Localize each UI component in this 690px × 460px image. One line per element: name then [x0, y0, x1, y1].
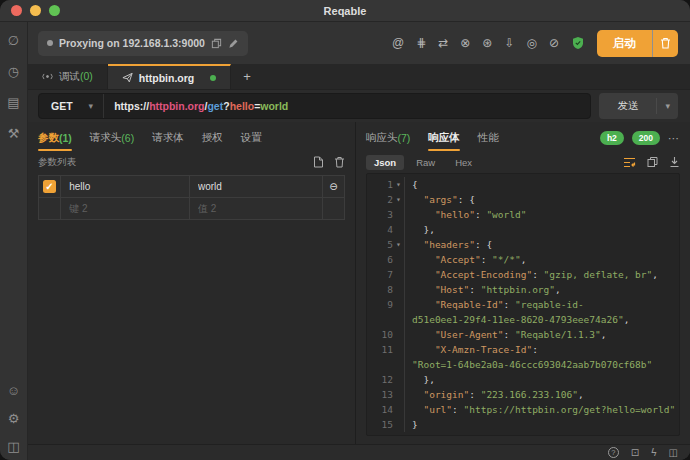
view-tab-hex[interactable]: Hex	[447, 155, 480, 170]
tab-response-body-label: 响应体	[428, 131, 460, 145]
collections-icon[interactable]: ▤	[7, 96, 19, 110]
record-icon[interactable]: ◎	[526, 37, 536, 50]
proxy-status-dot	[47, 40, 53, 46]
settings-icon[interactable]: ⚙	[8, 412, 20, 426]
traffic-icon[interactable]: ∅	[8, 34, 19, 48]
send-button[interactable]: 发送 ▾	[599, 93, 678, 119]
sidebar: ∅◷▤⚒ ☺⚙◫	[0, 22, 28, 460]
code-line: 11 "X-Amzn-Trace-Id":	[367, 342, 679, 357]
edit-pencil-icon[interactable]	[228, 38, 239, 49]
certificate-shield-icon[interactable]	[571, 36, 585, 50]
code-line: 8 "Host": "httpbin.org",	[367, 282, 679, 297]
history-icon[interactable]: ◷	[8, 65, 19, 79]
tab-response-headers[interactable]: 响应头(7)	[366, 126, 410, 151]
response-view-bar: Json Raw Hex	[366, 151, 680, 173]
copy-icon[interactable]	[211, 38, 222, 49]
code-line: 1▾{	[367, 177, 679, 192]
word-wrap-icon[interactable]	[623, 157, 636, 168]
proxy-status-label: Proxying on 192.168.1.3:9000	[59, 37, 205, 49]
code-line: 9 "Reqable-Id": "reqable-id-	[367, 297, 679, 312]
minimize-button[interactable]	[30, 5, 41, 16]
access-control-icon[interactable]: @	[392, 37, 404, 50]
view-tab-json[interactable]: Json	[366, 155, 404, 170]
param-table: ✓ ⊖	[38, 175, 345, 220]
feedback-icon[interactable]: ⊡	[631, 447, 639, 458]
tab-modified-dot	[210, 75, 216, 81]
tab-auth-label: 授权	[202, 131, 223, 145]
tab-params-label: 参数	[38, 131, 59, 145]
tab-request-body[interactable]: 请求体	[152, 126, 184, 151]
tab-params-count: (1)	[59, 132, 72, 144]
toolbar-icon-group: @⋕⇄⊗⊛⇩◎⊘	[392, 37, 571, 50]
account-icon[interactable]: ☺	[7, 384, 20, 398]
remove-row-icon[interactable]: ⊖	[329, 181, 337, 192]
antenna-icon	[42, 71, 53, 82]
send-options-button[interactable]: ▾	[657, 93, 678, 119]
tab-request-headers[interactable]: 请求头(6)	[90, 126, 134, 151]
url-segment: httpbin.org	[149, 100, 204, 112]
start-capture-button[interactable]: 启动	[597, 30, 678, 57]
response-body-editor[interactable]: 1▾{2▾ "args": {3 "hello": "world"4 },5▾ …	[366, 173, 680, 436]
url-field: GET ▾ https://httpbin.org/get?hello=worl…	[38, 93, 591, 119]
param-checkbox-unchecked[interactable]	[43, 202, 56, 215]
tab-auth[interactable]: 授权	[202, 126, 223, 151]
download-body-icon[interactable]	[669, 156, 680, 168]
tab-debug-count: (0)	[80, 70, 93, 82]
toolbox-icon[interactable]: ⚒	[8, 127, 20, 141]
tab-response-body[interactable]: 响应体	[428, 126, 460, 151]
chevron-down-icon: ▾	[89, 101, 94, 111]
param-value-input[interactable]	[190, 177, 322, 197]
code-line: 6 "Accept": "*/*",	[367, 252, 679, 267]
code-line: 7 "Accept-Encoding": "gzip, deflate, br"…	[367, 267, 679, 282]
method-select[interactable]: GET ▾	[39, 94, 104, 118]
param-value-input-2[interactable]	[190, 199, 322, 219]
tab-debug[interactable]: 调试(0)	[28, 64, 108, 89]
url-segment: get	[207, 100, 223, 112]
url-segment: hello	[230, 100, 255, 112]
clear-session-button[interactable]	[653, 30, 678, 57]
sidebar-toggle-icon[interactable]: ◫	[7, 440, 19, 454]
code-line: 15}	[367, 417, 679, 432]
new-file-icon[interactable]	[313, 156, 324, 168]
toolbar: Proxying on 192.168.1.3:9000 @⋕⇄⊗⊛⇩◎⊘ 启动	[28, 22, 690, 64]
layout-icon[interactable]: ◫	[669, 447, 678, 458]
upgrade-icon[interactable]: ϟ	[651, 447, 656, 458]
delete-all-icon[interactable]	[334, 156, 345, 168]
tab-debug-label: 调试	[59, 70, 80, 82]
tab-settings[interactable]: 设置	[241, 126, 262, 151]
rewrite-icon[interactable]: ⇄	[438, 37, 448, 50]
help-icon[interactable]: ?	[608, 447, 619, 458]
response-panel-tabs: 响应头(7) 响应体 性能 h2 200 ⋯	[366, 125, 680, 151]
throttle-off-icon[interactable]: ⊛	[482, 37, 492, 50]
proxy-status[interactable]: Proxying on 192.168.1.3:9000	[38, 31, 248, 56]
view-tab-raw[interactable]: Raw	[408, 155, 443, 170]
copy-body-icon[interactable]	[647, 156, 658, 168]
download-icon[interactable]: ⇩	[504, 37, 514, 50]
param-checkbox-checked[interactable]: ✓	[43, 180, 56, 193]
mock-off-icon[interactable]: ⊗	[460, 37, 470, 50]
url-input[interactable]: https://httpbin.org/get?hello=world	[104, 94, 298, 118]
tab-httpbin[interactable]: httpbin.org	[108, 64, 231, 89]
param-list-title: 参数列表	[38, 156, 76, 169]
param-key-input[interactable]	[61, 177, 189, 197]
code-line: 2▾ "args": {	[367, 192, 679, 207]
code-line: "Root=1-64be2a0a-46ccc693042aab7b070cf68…	[367, 357, 679, 372]
param-key-input-2[interactable]	[61, 199, 189, 219]
code-line: 13 "origin": "223.166.233.106",	[367, 387, 679, 402]
zoom-button[interactable]	[49, 5, 60, 16]
add-tab-button[interactable]: +	[231, 64, 263, 89]
code-lines: 1▾{2▾ "args": {3 "hello": "world"4 },5▾ …	[367, 177, 679, 432]
request-panel: 参数(1) 请求头(6) 请求体 授权 设置 参数列表	[28, 122, 356, 444]
more-options-icon[interactable]: ⋯	[668, 132, 680, 145]
close-button[interactable]	[11, 5, 22, 16]
reverse-proxy-icon[interactable]: ⊘	[549, 37, 559, 50]
tab-params[interactable]: 参数(1)	[38, 126, 72, 151]
code-line: 4 },	[367, 222, 679, 237]
sidebar-top-group: ∅◷▤⚒	[7, 34, 19, 141]
window-title: Reqable	[0, 5, 690, 17]
protocol-badge: h2	[600, 131, 624, 145]
breakpoint-icon[interactable]: ⋕	[416, 37, 426, 50]
tab-performance[interactable]: 性能	[478, 126, 499, 151]
request-panel-tabs: 参数(1) 请求头(6) 请求体 授权 设置	[38, 125, 345, 151]
tab-request-headers-count: (6)	[121, 132, 134, 144]
